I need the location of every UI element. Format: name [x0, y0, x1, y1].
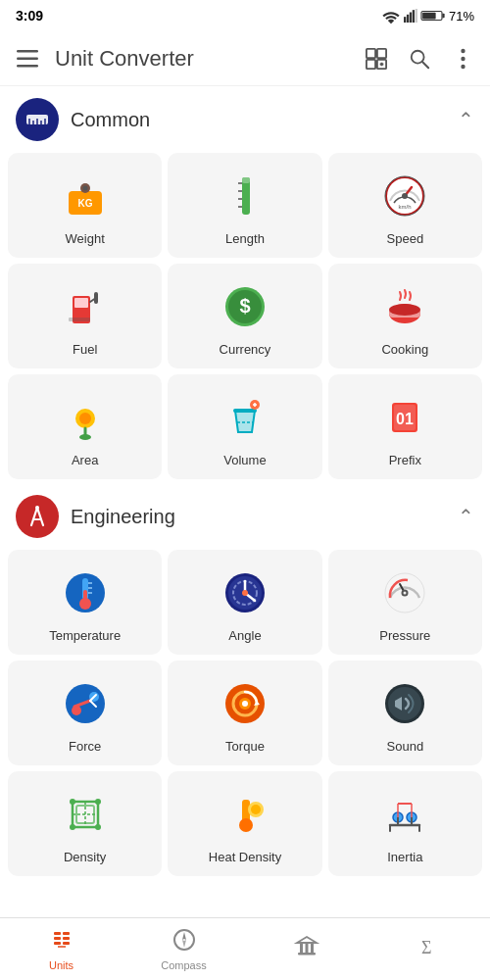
svg-line-62: [31, 508, 37, 525]
volume-item[interactable]: Volume: [168, 374, 321, 479]
svg-point-105: [239, 818, 253, 832]
nav-compass[interactable]: Compass: [122, 918, 245, 980]
svg-rect-12: [377, 48, 386, 57]
force-label: Force: [69, 739, 101, 754]
battery-percent: 71%: [449, 9, 474, 24]
common-section-header[interactable]: Common ⌃: [8, 86, 482, 153]
svg-point-29: [82, 186, 87, 191]
density-item[interactable]: Density: [8, 771, 162, 876]
svg-text:km/h: km/h: [399, 204, 412, 210]
length-label: Length: [225, 231, 265, 246]
sound-svg: [380, 679, 429, 728]
area-item[interactable]: Area: [8, 374, 162, 479]
svg-line-16: [422, 62, 428, 68]
dashboard-button[interactable]: [357, 39, 396, 78]
svg-point-39: [402, 193, 408, 199]
svg-rect-7: [422, 13, 436, 20]
prefix-label: Prefix: [389, 453, 421, 467]
temperature-item[interactable]: Temperature: [8, 550, 162, 655]
svg-point-19: [461, 64, 465, 68]
svg-rect-122: [63, 937, 70, 940]
svg-point-53: [79, 413, 91, 424]
svg-rect-119: [54, 937, 61, 940]
svg-point-107: [251, 805, 261, 814]
currency-item[interactable]: $ Currency: [168, 264, 321, 368]
svg-marker-127: [182, 940, 186, 948]
svg-rect-131: [311, 943, 314, 953]
svg-point-18: [461, 56, 465, 60]
length-icon: [218, 169, 272, 223]
engineering-section-header[interactable]: Engineering ⌃: [8, 483, 482, 550]
svg-rect-31: [242, 177, 250, 183]
svg-line-63: [37, 508, 43, 525]
torque-icon: [218, 676, 272, 731]
menu-button[interactable]: [8, 39, 47, 78]
length-item[interactable]: Length: [168, 153, 321, 258]
units-nav-icon: [50, 928, 74, 957]
heat-density-icon: [218, 787, 272, 842]
svg-text:Σ: Σ: [421, 938, 431, 957]
svg-rect-123: [63, 942, 70, 945]
heat-density-item[interactable]: Heat Density: [168, 771, 321, 876]
nav-units[interactable]: Units: [0, 918, 122, 980]
more-button[interactable]: [443, 39, 482, 78]
torque-svg: [220, 679, 270, 728]
svg-rect-45: [69, 318, 90, 321]
bank-svg: [295, 934, 318, 957]
ruler-icon: [24, 107, 50, 132]
temperature-label: Temperature: [49, 628, 121, 643]
common-chevron: ⌃: [458, 108, 474, 131]
svg-rect-130: [305, 943, 308, 953]
volume-label: Volume: [223, 453, 266, 467]
svg-text:$: $: [239, 295, 250, 317]
search-button[interactable]: [400, 39, 439, 78]
angle-icon: [218, 565, 272, 620]
svg-rect-3: [413, 10, 415, 23]
density-label: Density: [64, 850, 106, 864]
battery-icon: [421, 9, 445, 23]
currency-label: Currency: [220, 342, 271, 357]
prefix-item[interactable]: 01 Prefix: [328, 374, 482, 479]
bottom-nav: Units Compass Σ: [0, 917, 490, 980]
speed-icon: km/h: [377, 169, 432, 223]
volume-icon: [218, 390, 272, 445]
nav-info[interactable]: [245, 918, 368, 980]
force-item[interactable]: Force: [8, 661, 162, 765]
svg-rect-42: [74, 298, 88, 308]
signal-icon: [404, 9, 417, 23]
svg-point-92: [242, 701, 248, 707]
status-icons: 71%: [382, 9, 474, 24]
wifi-icon: [382, 9, 400, 23]
angle-item[interactable]: Angle: [168, 550, 321, 655]
nav-sigma[interactable]: Σ: [368, 918, 490, 980]
weight-svg: KG: [61, 172, 110, 220]
area-label: Area: [72, 453, 98, 467]
units-svg: [50, 928, 74, 952]
inertia-icon: [377, 787, 432, 842]
pressure-icon: [377, 565, 432, 620]
svg-rect-11: [367, 48, 375, 57]
cooking-svg: [380, 282, 429, 331]
search-icon: [409, 48, 430, 70]
svg-point-82: [404, 592, 407, 595]
svg-marker-126: [182, 932, 186, 940]
compass-nav-icon: [172, 928, 196, 957]
force-icon: [58, 676, 113, 731]
svg-rect-0: [404, 17, 406, 23]
pressure-item[interactable]: Pressure: [328, 550, 482, 655]
main-content: Common ⌃ KG Weight: [0, 86, 490, 917]
svg-rect-6: [442, 14, 444, 19]
sound-item[interactable]: Sound: [328, 661, 482, 765]
weight-item[interactable]: KG Weight: [8, 153, 162, 258]
inertia-item[interactable]: Inertia: [328, 771, 482, 876]
cooking-item[interactable]: Cooking: [328, 264, 482, 368]
length-svg: [220, 172, 270, 220]
status-bar: 3:09 71%: [0, 0, 490, 31]
svg-rect-118: [54, 932, 61, 935]
cooking-label: Cooking: [381, 342, 428, 357]
fuel-item[interactable]: Fuel: [8, 264, 162, 368]
speed-item[interactable]: km/h Speed: [328, 153, 482, 258]
svg-point-102: [70, 824, 75, 830]
torque-item[interactable]: Torque: [168, 661, 321, 765]
prefix-svg: 01: [380, 393, 429, 442]
